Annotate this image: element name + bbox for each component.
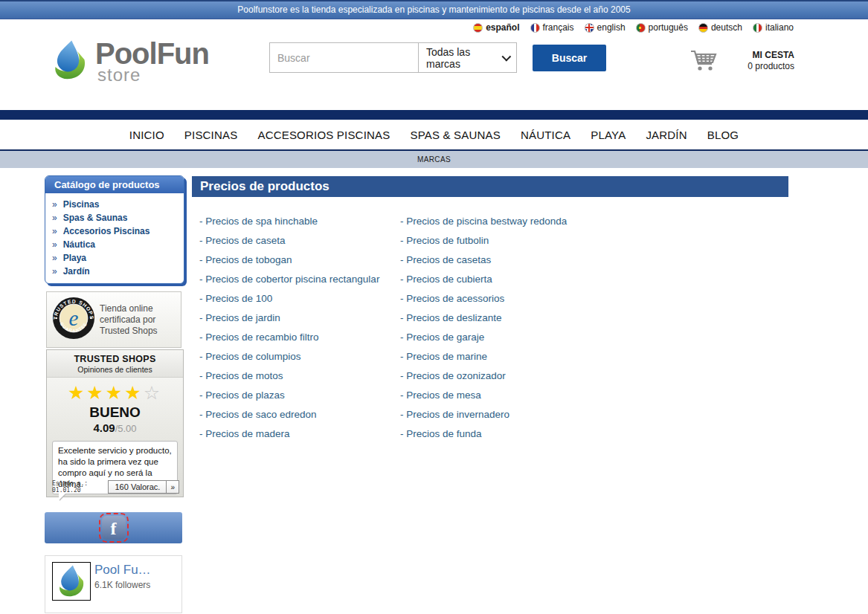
price-link-precios-de-garaje[interactable]: Precios de garaje	[406, 332, 484, 343]
catalog-link-spas-saunas: Spas & Saunas	[63, 213, 128, 223]
star-icon: ★	[86, 382, 105, 403]
trusted-shops-reviews-widget: TRUSTED SHOPS Opiniones de clientes ★★★★…	[46, 349, 184, 497]
price-link-precios-de-jardin[interactable]: Precios de jardin	[205, 312, 280, 323]
price-link-precios-de-invernadero[interactable]: Precios de invernadero	[406, 409, 509, 420]
rating-score-line: 4.09/5.00	[47, 421, 183, 435]
double-chevron-icon: »	[52, 213, 57, 223]
catalog-link-accesorios-piscinas: Accesorios Piscinas	[63, 226, 150, 236]
language-pt[interactable]: português	[636, 22, 688, 33]
language-it[interactable]: italiano	[753, 22, 794, 33]
star-rating: ★★★★☆	[47, 382, 183, 404]
es-flag-icon	[473, 23, 483, 33]
price-link-precios-de-marine[interactable]: Precios de marine	[406, 351, 487, 362]
double-chevron-icon: »	[52, 226, 57, 236]
language-fr[interactable]: français	[530, 22, 574, 33]
cart-summary[interactable]: MI CESTA 0 productos	[748, 50, 794, 71]
search-button[interactable]: Buscar	[533, 45, 606, 71]
star-icon: ★	[106, 382, 124, 403]
dash-prefix: -	[199, 370, 205, 381]
double-chevron-icon: »	[52, 266, 57, 277]
links-col-1: - Precios de spa hinchable- Precios de c…	[199, 216, 379, 447]
nav-item-blog[interactable]: BLOG	[707, 129, 739, 141]
en-flag-icon	[585, 23, 594, 33]
price-link-precios-de-ozonizador[interactable]: Precios de ozonizador	[406, 370, 506, 381]
price-link-precios-de-madera[interactable]: Precios de madera	[205, 428, 289, 439]
language-label-de: deutsch	[711, 22, 742, 33]
price-link-precios-de-cobertor-piscina-rectangular[interactable]: Precios de cobertor piscina rectangular	[205, 274, 379, 285]
price-link-precios-de-100[interactable]: Precios de 100	[205, 293, 272, 304]
price-link-precios-de-casetas[interactable]: Precios de casetas	[406, 254, 491, 265]
dash-prefix: -	[400, 428, 406, 439]
brand-select[interactable]: Todas las marcas	[418, 42, 517, 73]
dash-prefix: -	[400, 370, 406, 381]
facebook-page-name[interactable]: Pool Fu…	[94, 563, 151, 578]
dash-prefix: -	[400, 312, 406, 323]
nav-item-inicio[interactable]: INICIO	[129, 129, 164, 141]
cart-button[interactable]	[688, 45, 721, 82]
nav-item-jardin[interactable]: JARDÍN	[646, 129, 687, 141]
dash-prefix: -	[199, 216, 205, 227]
price-link-precios-de-deslizante[interactable]: Precios de deslizante	[406, 312, 501, 323]
language-label-pt: português	[649, 22, 688, 33]
catalog-link-jardin: Jardín	[63, 266, 90, 277]
star-icon: ☆	[144, 382, 162, 403]
price-link-precios-de-recambio-filtro[interactable]: Precios de recambio filtro	[205, 332, 318, 343]
price-link-row: - Precios de funda	[400, 428, 567, 447]
catalog-item-spas-saunas[interactable]: »Spas & Saunas	[52, 213, 184, 226]
facebook-page-widget: Pool Fu… 6.1K followers	[45, 555, 182, 613]
price-link-row: - Precios de tobogan	[199, 254, 379, 274]
double-arrow-icon: »	[166, 481, 179, 493]
logo[interactable]: PoolFun store	[51, 39, 209, 85]
facebook-icon[interactable]: f	[102, 516, 126, 540]
price-link-precios-de-funda[interactable]: Precios de funda	[406, 428, 481, 439]
dash-prefix: -	[400, 390, 406, 401]
price-link-row: - Precios de piscina bestway redonda	[400, 216, 567, 235]
nav-item-piscinas[interactable]: PISCINAS	[184, 129, 238, 141]
catalog-item-playa[interactable]: »Playa	[52, 253, 184, 266]
price-link-precios-de-cubierta[interactable]: Precios de cubierta	[406, 274, 492, 285]
language-label-fr: français	[543, 22, 574, 33]
de-flag-icon	[698, 23, 708, 33]
price-link-precios-de-piscina-bestway-redonda[interactable]: Precios de piscina bestway redonda	[406, 216, 567, 227]
reviews-title: TRUSTED SHOPS	[47, 354, 183, 364]
cart-icon	[688, 68, 721, 81]
catalog-item-accesorios-piscinas[interactable]: »Accesorios Piscinas	[52, 226, 184, 239]
dash-prefix: -	[199, 351, 205, 362]
dash-prefix: -	[199, 428, 205, 439]
nav-item-spas-saunas[interactable]: SPAS & SAUNAS	[410, 129, 501, 141]
nav-item-nautica[interactable]: NÁUTICA	[521, 129, 570, 141]
search-input[interactable]	[269, 42, 418, 73]
logo-name: PoolFun	[95, 39, 209, 68]
price-link-precios-de-columpios[interactable]: Precios de columpios	[205, 351, 300, 362]
nav-item-accesorios-piscinas[interactable]: ACCESORIOS PISCINAS	[257, 129, 390, 141]
price-link-precios-de-saco-edredon[interactable]: Precios de saco edredon	[205, 409, 316, 420]
price-link-precios-de-plazas[interactable]: Precios de plazas	[205, 390, 285, 401]
price-link-precios-de-caseta[interactable]: Precios de caseta	[205, 235, 285, 246]
price-link-precios-de-futbolin[interactable]: Precios de futbolin	[406, 235, 489, 246]
catalog-item-nautica[interactable]: »Náutica	[52, 239, 184, 253]
price-link-row: - Precios de columpios	[199, 351, 379, 370]
price-link-precios-de-motos[interactable]: Precios de motos	[205, 370, 283, 381]
dash-prefix: -	[400, 332, 406, 343]
nav-item-playa[interactable]: PLAYA	[591, 129, 626, 141]
price-link-precios-de-acessorios[interactable]: Precios de acessorios	[406, 293, 504, 304]
price-link-precios-de-tobogan[interactable]: Precios de tobogan	[205, 254, 292, 265]
price-link-row: - Precios de acessorios	[400, 293, 567, 312]
language-selector: españolfrançaisenglishportuguêsdeutschit…	[473, 22, 794, 33]
catalog-item-jardin[interactable]: »Jardín	[52, 266, 184, 279]
language-en[interactable]: english	[585, 22, 626, 33]
page-title: Precios de productos	[192, 176, 788, 197]
facebook-followers: 6.1K followers	[94, 580, 150, 590]
dash-prefix: -	[199, 293, 205, 304]
price-link-precios-de-mesa[interactable]: Precios de mesa	[406, 390, 481, 401]
language-de[interactable]: deutsch	[698, 22, 742, 33]
ratings-count-button[interactable]: 160 Valorac. »	[108, 480, 179, 494]
language-es[interactable]: español	[473, 22, 519, 33]
double-chevron-icon: »	[52, 199, 57, 210]
marcas-bar[interactable]: MARCAS	[0, 151, 868, 168]
trusted-shops-badge-text: Tienda online certificada por Trusted Sh…	[100, 303, 158, 337]
dash-prefix: -	[199, 235, 205, 246]
catalog-item-piscinas[interactable]: »Piscinas	[52, 199, 184, 213]
price-link-precios-de-spa-hinchable[interactable]: Precios de spa hinchable	[205, 216, 318, 227]
trusted-shops-badge-widget[interactable]: TRUSTED SHOPS GUARANTEE e Tienda online …	[46, 291, 181, 348]
